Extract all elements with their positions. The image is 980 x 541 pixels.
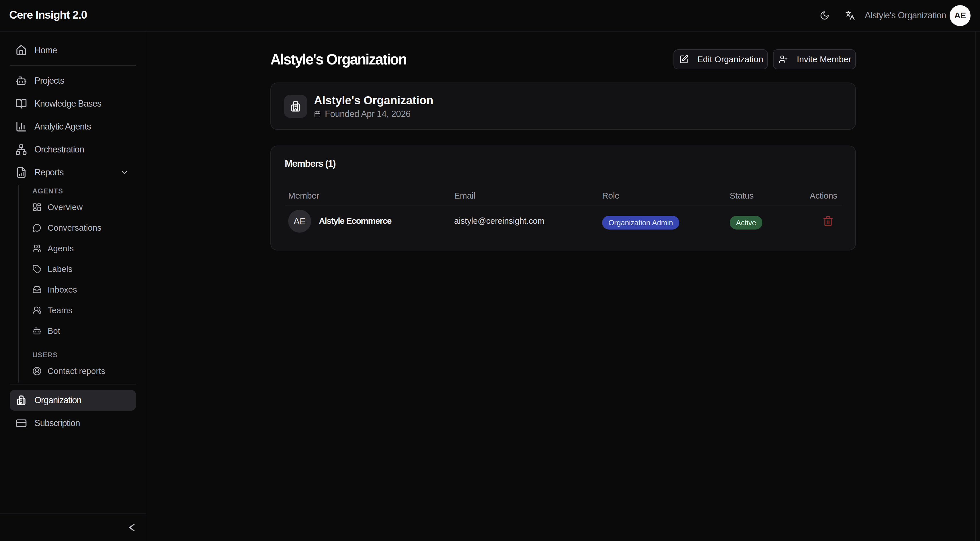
chevron-left-icon	[126, 521, 139, 534]
sidebar-item-contact-reports[interactable]: Contact reports	[32, 362, 136, 380]
circle-user-icon	[32, 366, 41, 376]
sidebar-footer	[0, 514, 146, 541]
sidebar-item-label: Overview	[48, 203, 83, 212]
sidebar-item-label: Inboxes	[48, 285, 77, 295]
column-header-email: Email	[454, 189, 602, 205]
sidebar-item-label: Orchestration	[34, 144, 84, 155]
sidebar-item-label: Reports	[34, 167, 64, 178]
sidebar-item-label: Labels	[48, 265, 73, 274]
organization-card: Alstyle's Organization Founded Apr 14, 2…	[270, 82, 856, 130]
member-status-badge: Active	[730, 216, 762, 230]
delete-member-button[interactable]	[822, 216, 834, 227]
bot-icon	[32, 326, 41, 336]
sidebar-divider	[10, 65, 136, 66]
book-open-icon	[16, 98, 27, 109]
members-table: Member Email Role Status Actions AE	[285, 189, 842, 238]
sidebar-item-label: Conversations	[48, 223, 102, 233]
home-icon	[16, 45, 27, 56]
sidebar-item-teams[interactable]: Teams	[32, 301, 136, 319]
users-icon	[32, 244, 41, 253]
section-label-agents: AGENTS	[32, 186, 136, 196]
invite-member-label: Invite Member	[797, 54, 851, 64]
member-row: AE Alstyle Ecommerce aistyle@cereinsight…	[285, 205, 842, 238]
language-button[interactable]	[843, 9, 857, 22]
member-role-badge: Organization Admin	[602, 216, 679, 230]
sidebar: Home Projects Knowledge Bases Analytic A…	[0, 32, 146, 541]
members-title: Members (1)	[285, 158, 842, 169]
organization-founded: Founded Apr 14, 2026	[314, 109, 433, 119]
sidebar-item-organization[interactable]: Organization	[10, 390, 136, 411]
sidebar-item-bot[interactable]: Bot	[32, 322, 136, 340]
credit-card-icon	[16, 417, 27, 429]
sidebar-item-reports[interactable]: Reports	[10, 162, 136, 183]
content-container: Alstyle's Organization Edit Organization…	[270, 32, 856, 251]
column-header-role: Role	[602, 189, 730, 205]
header-org-label: Alstyle's Organization	[865, 10, 946, 21]
inbox-icon	[32, 285, 41, 294]
sidebar-item-conversations[interactable]: Conversations	[32, 219, 136, 237]
sidebar-item-label: Subscription	[34, 418, 80, 428]
users-round-icon	[32, 306, 41, 315]
sidebar-item-label: Contact reports	[48, 366, 105, 376]
members-table-header-row: Member Email Role Status Actions	[285, 189, 842, 205]
sidebar-item-label: Analytic Agents	[34, 122, 91, 132]
languages-icon	[845, 11, 855, 21]
sidebar-item-inboxes[interactable]: Inboxes	[32, 281, 136, 299]
organization-founded-label: Founded Apr 14, 2026	[325, 109, 410, 119]
organization-icon-box	[284, 95, 307, 118]
column-header-status: Status	[730, 189, 810, 205]
sidebar-item-analytic-agents[interactable]: Analytic Agents	[10, 116, 136, 137]
sidebar-item-label: Teams	[48, 306, 72, 315]
sidebar-item-labels[interactable]: Labels	[32, 260, 136, 278]
section-label-users: USERS	[32, 350, 136, 360]
page-head: Alstyle's Organization Edit Organization…	[270, 49, 856, 69]
tag-icon	[32, 265, 41, 274]
sidebar-item-projects[interactable]: Projects	[10, 70, 136, 91]
column-header-member: Member	[285, 189, 454, 205]
sidebar-item-label: Bot	[48, 326, 60, 336]
member-name: Alstyle Ecommerce	[319, 216, 391, 226]
building-icon	[289, 100, 302, 113]
app-root: Cere Insight 2.0 Alstyle's Organization …	[0, 0, 980, 541]
invite-member-button[interactable]: Invite Member	[773, 49, 856, 69]
app-title: Cere Insight 2.0	[9, 9, 87, 21]
theme-toggle-button[interactable]	[818, 9, 832, 22]
sidebar-item-label: Knowledge Bases	[34, 98, 101, 109]
organization-meta: Alstyle's Organization Founded Apr 14, 2…	[314, 93, 433, 119]
user-avatar[interactable]: AE	[950, 5, 970, 26]
scrollbar-gutter	[975, 32, 976, 541]
sidebar-item-knowledge-bases[interactable]: Knowledge Bases	[10, 94, 136, 114]
member-cell: AE Alstyle Ecommerce	[288, 210, 454, 233]
sidebar-item-label: Home	[34, 45, 57, 56]
chart-column-icon	[16, 121, 27, 132]
edit-organization-button[interactable]: Edit Organization	[673, 49, 768, 69]
top-header: Cere Insight 2.0 Alstyle's Organization …	[0, 0, 980, 32]
edit-organization-label: Edit Organization	[697, 54, 763, 64]
sidebar-item-label: Projects	[34, 76, 64, 86]
organization-name: Alstyle's Organization	[314, 93, 433, 108]
square-pen-icon	[679, 55, 689, 64]
sidebar-item-agents[interactable]: Agents	[32, 239, 136, 258]
sidebar-item-label: Organization	[34, 395, 81, 405]
sidebar-item-label: Agents	[48, 244, 74, 253]
chevron-down-icon	[120, 168, 129, 177]
sidebar-item-home[interactable]: Home	[10, 40, 136, 61]
sidebar-item-overview[interactable]: Overview	[32, 198, 136, 216]
page-title: Alstyle's Organization	[270, 51, 406, 68]
trash-icon	[822, 216, 834, 227]
user-plus-icon	[779, 55, 788, 64]
sidebar-item-subscription[interactable]: Subscription	[10, 413, 136, 433]
calendar-icon	[314, 111, 321, 117]
layout-dashboard-icon	[32, 203, 41, 212]
member-email: aistyle@cereinsight.com	[454, 216, 544, 225]
file-chart-icon	[16, 167, 27, 178]
column-header-actions: Actions	[810, 189, 842, 205]
main-area: Alstyle's Organization Edit Organization…	[146, 32, 980, 541]
message-circle-icon	[32, 223, 41, 232]
collapse-sidebar-button[interactable]	[126, 520, 139, 535]
page-actions: Edit Organization Invite Member	[673, 49, 856, 69]
member-avatar: AE	[288, 210, 311, 233]
header-right: Alstyle's Organization AE	[818, 5, 970, 26]
building-icon	[16, 395, 27, 406]
sidebar-item-orchestration[interactable]: Orchestration	[10, 139, 136, 160]
